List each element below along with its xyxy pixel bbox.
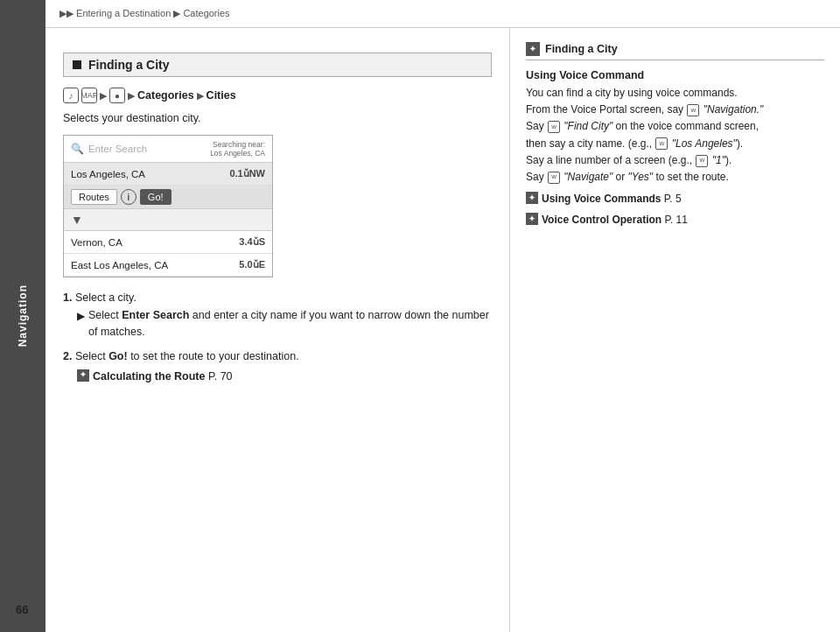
voice-command-title: Using Voice Command	[526, 69, 824, 81]
city-row-3: East Los Angeles, CA 5.0ǔE	[64, 254, 272, 277]
step-2-crossref: ✦ Calculating the Route P. 70	[77, 369, 492, 385]
path-categories: Categories	[137, 89, 194, 102]
breadcrumb-bar: ▶▶ Entering a Destination ▶ Categories	[46, 0, 840, 28]
voice-icon-3: w	[655, 137, 668, 150]
voice-icon-4: w	[696, 155, 708, 167]
search-placeholder: Enter Search	[88, 144, 210, 154]
breadcrumb: ▶▶ Entering a Destination ▶ Categories	[60, 8, 230, 19]
down-arrow-icon[interactable]: ▼	[71, 213, 83, 227]
search-bar: 🔍 Enter Search Searching near:Los Angele…	[64, 136, 272, 163]
ui-mockup: 🔍 Enter Search Searching near:Los Angele…	[63, 135, 273, 277]
step-2-text: Select Go! to set the route to your dest…	[75, 350, 299, 362]
city-distance-1: 0.1ǔNW	[229, 168, 265, 179]
selects-description: Selects your destination city.	[63, 112, 492, 124]
step-1-sub: ▶ Select Enter Search and enter a city n…	[77, 307, 492, 341]
right-crossref-1: ✦ Using Voice Commands P. 5	[526, 191, 824, 207]
section-heading-text: Finding a City	[88, 58, 170, 72]
city-row-2: Vernon, CA 3.4ǔS	[64, 231, 272, 254]
step-1-text: Select a city.	[75, 291, 136, 304]
right-crossref-icon-1: ✦	[526, 192, 538, 204]
step-1-num: 1.	[63, 291, 72, 304]
path-icon-mic: ♪	[63, 88, 79, 103]
right-crossref-text-2: Voice Control Operation P. 11	[542, 212, 688, 228]
path-line: ♪ MAP ▶ ● ▶ Categories ▶ Cities	[63, 88, 492, 103]
path-icon-dot: ●	[109, 88, 125, 103]
voice-icon-5: w	[548, 172, 560, 184]
left-column: Finding a City ♪ MAP ▶ ● ▶ Categories ▶ …	[46, 28, 509, 632]
right-crossref-2: ✦ Voice Control Operation P. 11	[526, 212, 824, 228]
section-heading: Finding a City	[63, 53, 492, 77]
sub-arrow-1: ▶	[77, 308, 85, 325]
city-name-2: Vernon, CA	[71, 237, 239, 248]
path-arrow-3: ▶	[197, 90, 204, 102]
path-arrow-1: ▶	[100, 90, 107, 102]
sidebar-label: Navigation	[17, 284, 29, 347]
right-section-header: ✦ Finding a City	[526, 42, 824, 60]
info-button[interactable]: i	[121, 189, 136, 205]
right-section-icon: ✦	[526, 42, 540, 56]
routes-button[interactable]: Routes	[71, 189, 117, 205]
path-arrow-2: ▶	[128, 90, 135, 102]
scroll-down-row: ▼	[64, 209, 272, 231]
main-content: ▶▶ Entering a Destination ▶ Categories F…	[46, 0, 840, 632]
voice-command-block: Using Voice Command You can find a city …	[526, 69, 824, 186]
step-2-num: 2.	[63, 350, 72, 362]
steps: 1. Select a city. ▶ Select Enter Search …	[63, 290, 492, 385]
right-crossref-text-1: Using Voice Commands P. 5	[542, 191, 682, 207]
right-crossref-icon-2: ✦	[526, 213, 538, 225]
path-icon-map: MAP	[81, 88, 97, 103]
search-icon: 🔍	[71, 143, 84, 155]
section-bullet	[73, 60, 81, 69]
step-1-sub-text: Select Enter Search and enter a city nam…	[88, 307, 492, 341]
right-column: ✦ Finding a City Using Voice Command You…	[510, 28, 840, 632]
city-row-1: Los Angeles, CA 0.1ǔNW	[64, 163, 272, 186]
voice-icon-1: w	[687, 104, 699, 116]
page-number: 66	[16, 603, 28, 616]
right-section-title: Finding a City	[545, 43, 618, 55]
crossref-text-1: Calculating the Route P. 70	[93, 369, 233, 385]
sidebar: Navigation	[0, 0, 46, 632]
city-distance-3: 5.0ǔE	[239, 259, 265, 270]
go-button[interactable]: Go!	[140, 189, 172, 205]
voice-text: You can find a city by using voice comma…	[526, 85, 824, 186]
crossref-icon-1: ✦	[77, 369, 89, 382]
voice-icon-2: w	[548, 121, 560, 133]
city-actions: Routes i Go!	[64, 186, 272, 209]
step-2: 2. Select Go! to set the route to your d…	[63, 348, 492, 386]
city-name-1: Los Angeles, CA	[71, 169, 229, 179]
city-name-3: East Los Angeles, CA	[71, 260, 239, 270]
path-cities: Cities	[206, 89, 236, 102]
city-distance-2: 3.4ǔS	[239, 236, 265, 248]
step-1: 1. Select a city. ▶ Select Enter Search …	[63, 290, 492, 341]
searching-near: Searching near:Los Angeles, CA	[210, 140, 265, 158]
